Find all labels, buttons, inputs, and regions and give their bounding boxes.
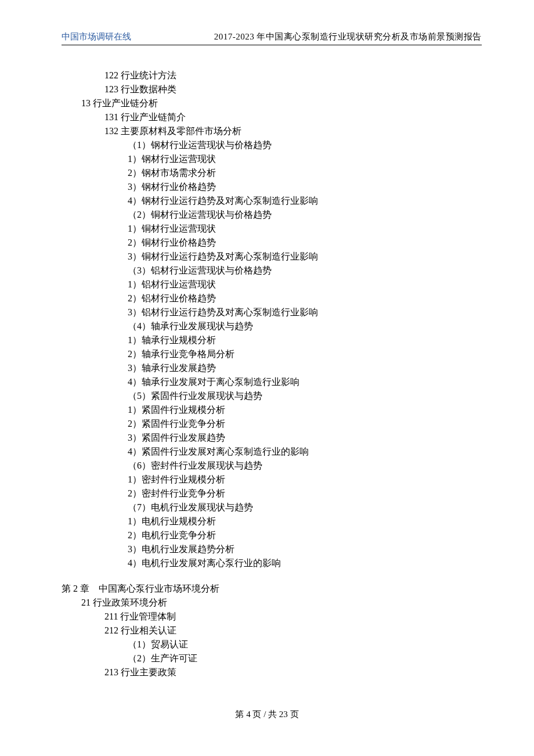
toc-line: 1）钢材行业运营现状 <box>62 152 482 166</box>
toc-line: 2）钢材市场需求分析 <box>62 166 482 180</box>
toc-line: （5）紧固件行业发展现状与趋势 <box>62 389 482 403</box>
toc-line: （2）生产许可证 <box>62 651 482 665</box>
toc-line: 4）钢材行业运行趋势及对离心泵制造行业影响 <box>62 194 482 208</box>
header-source: 中国市场调研在线 <box>62 31 131 42</box>
toc-line: 211 行业管理体制 <box>62 610 482 624</box>
toc-line: 21 行业政策环境分析 <box>62 596 482 610</box>
toc-line: 1）轴承行业规模分析 <box>62 333 482 347</box>
toc-line: 131 行业产业链简介 <box>62 110 482 124</box>
toc-line: 4）紧固件行业发展对离心泵制造行业的影响 <box>62 445 482 459</box>
toc-line: 4）轴承行业发展对于离心泵制造行业影响 <box>62 375 482 389</box>
table-of-contents: 122 行业统计方法123 行业数据种类13 行业产业链分析131 行业产业链简… <box>62 69 482 679</box>
toc-line: （1）贸易认证 <box>62 638 482 651</box>
toc-line: 3）紧固件行业发展趋势 <box>62 431 482 445</box>
toc-line: 132 主要原材料及零部件市场分析 <box>62 124 482 138</box>
toc-line: 3）铜材行业运行趋势及对离心泵制造行业影响 <box>62 250 482 264</box>
toc-line: （4）轴承行业发展现状与趋势 <box>62 319 482 333</box>
toc-line: 1）密封件行业规模分析 <box>62 473 482 487</box>
toc-line: 2）密封件行业竞争分析 <box>62 487 482 501</box>
toc-line: 122 行业统计方法 <box>62 69 482 82</box>
toc-line: 13 行业产业链分析 <box>62 96 482 110</box>
toc-line: 2）铜材行业价格趋势 <box>62 236 482 250</box>
toc-line: 1）紧固件行业规模分析 <box>62 403 482 417</box>
page-header: 中国市场调研在线 2017-2023 年中国离心泵制造行业现状研究分析及市场前景… <box>62 31 482 45</box>
page-number: 第 4 页 / 共 23 页 <box>235 710 298 719</box>
toc-line: 2）紧固件行业竞争分析 <box>62 417 482 431</box>
toc-line: 1）电机行业规模分析 <box>62 514 482 528</box>
toc-line: 3）钢材行业价格趋势 <box>62 180 482 194</box>
toc-line: 2）电机行业竞争分析 <box>62 528 482 542</box>
toc-line: 3）电机行业发展趋势分析 <box>62 542 482 556</box>
toc-line: 212 行业相关认证 <box>62 624 482 638</box>
toc-line: 2）轴承行业竞争格局分析 <box>62 347 482 361</box>
toc-line: 2）铝材行业价格趋势 <box>62 291 482 305</box>
toc-line: （2）铜材行业运营现状与价格趋势 <box>62 208 482 222</box>
toc-line: 123 行业数据种类 <box>62 82 482 96</box>
toc-line: 4）电机行业发展对离心泵行业的影响 <box>62 556 482 570</box>
toc-line: （1）钢材行业运营现状与价格趋势 <box>62 138 482 152</box>
toc-line: 1）铜材行业运营现状 <box>62 222 482 236</box>
page-footer: 第 4 页 / 共 23 页 <box>0 709 534 720</box>
toc-line: 3）轴承行业发展趋势 <box>62 361 482 375</box>
toc-line: （6）密封件行业发展现状与趋势 <box>62 459 482 473</box>
toc-line: 3）铝材行业运行趋势及对离心泵制造行业影响 <box>62 305 482 319</box>
toc-line: 1）铝材行业运营现状 <box>62 278 482 291</box>
toc-line: （3）铝材行业运营现状与价格趋势 <box>62 264 482 278</box>
header-title: 2017-2023 年中国离心泵制造行业现状研究分析及市场前景预测报告 <box>214 31 482 42</box>
toc-line: 第 2 章 中国离心泵行业市场环境分析 <box>62 582 482 596</box>
toc-line: （7）电机行业发展现状与趋势 <box>62 501 482 514</box>
toc-line: 213 行业主要政策 <box>62 665 482 679</box>
